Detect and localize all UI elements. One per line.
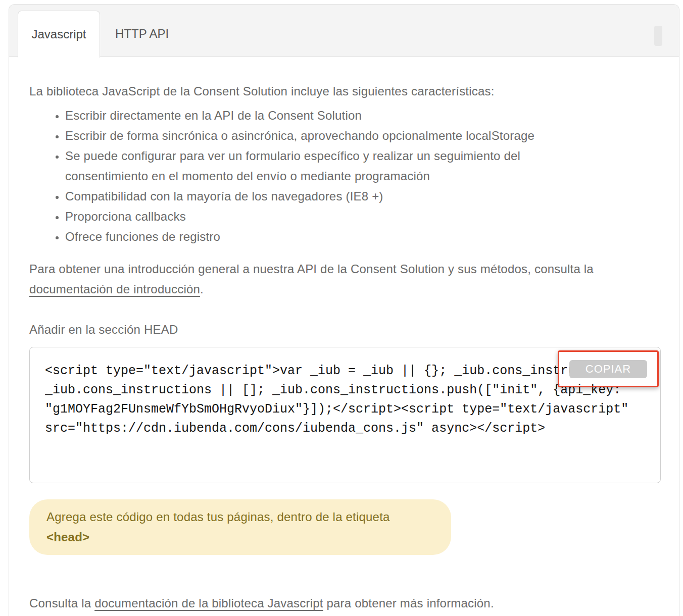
- footer-text-after: para obtener más información.: [323, 596, 494, 610]
- footer-paragraph: Consulta la documentación de la bibliote…: [29, 593, 660, 613]
- feature-item: Compatibilidad con la mayoría de los nav…: [65, 186, 585, 207]
- copy-button-highlight: COPIAR: [558, 350, 659, 387]
- tab-http-api[interactable]: HTTP API: [115, 11, 169, 57]
- feature-item: Escribir de forma sincrónica o asincróni…: [65, 126, 585, 146]
- tab-javascript[interactable]: Javascript: [18, 11, 100, 58]
- code-line: _iub.cons_instructions || []; _iub.cons_…: [45, 381, 647, 400]
- head-section-label: Añadir en la sección HEAD: [29, 320, 660, 340]
- tab-bar: Javascript HTTP API: [9, 5, 679, 57]
- panel-card: Javascript HTTP API La biblioteca JavaSc…: [9, 4, 679, 616]
- head-tag-callout: Agrega este código en todas tus páginas,…: [29, 499, 451, 555]
- callout-text: Agrega este código en todas tus páginas,…: [46, 510, 390, 524]
- feature-list: Escribir directamente en la API de la Co…: [29, 106, 585, 247]
- tab-http-api-label: HTTP API: [115, 27, 169, 41]
- api-intro-text: Para obtener una introducción general a …: [29, 262, 594, 276]
- feature-item: Ofrece funciones de registro: [65, 227, 585, 247]
- intro-docs-link[interactable]: documentación de introducción: [29, 282, 200, 296]
- callout-head-tag: <head>: [46, 530, 89, 544]
- api-intro-paragraph: Para obtener una introducción general a …: [29, 259, 660, 299]
- code-snippet-block[interactable]: <script type="text/javascript">var _iub …: [29, 347, 661, 483]
- code-line: src="https://cdn.iubenda.com/cons/iubend…: [45, 419, 647, 438]
- feature-item: Proporciona callbacks: [65, 207, 585, 227]
- api-intro-period: .: [200, 282, 204, 296]
- code-line: "g1MOYFag2FUnsmeWfYbSmOHgRvyoDiux"}]);</…: [45, 400, 647, 419]
- scrollbar-thumb[interactable]: [654, 26, 662, 46]
- intro-paragraph: La biblioteca JavaScript de la Consent S…: [29, 81, 660, 101]
- code-line: <script type="text/javascript">var _iub …: [45, 362, 647, 381]
- feature-item: Escribir directamente en la API de la Co…: [65, 106, 585, 126]
- tab-panel-javascript: La biblioteca JavaScript de la Consent S…: [9, 81, 679, 613]
- footer-text-before: Consulta la: [29, 596, 94, 610]
- feature-item: Se puede configurar para ver un formular…: [65, 146, 585, 186]
- copy-button[interactable]: COPIAR: [569, 360, 647, 378]
- tab-javascript-label: Javascript: [31, 27, 86, 41]
- library-docs-link[interactable]: documentación de la biblioteca Javascrip…: [94, 596, 323, 610]
